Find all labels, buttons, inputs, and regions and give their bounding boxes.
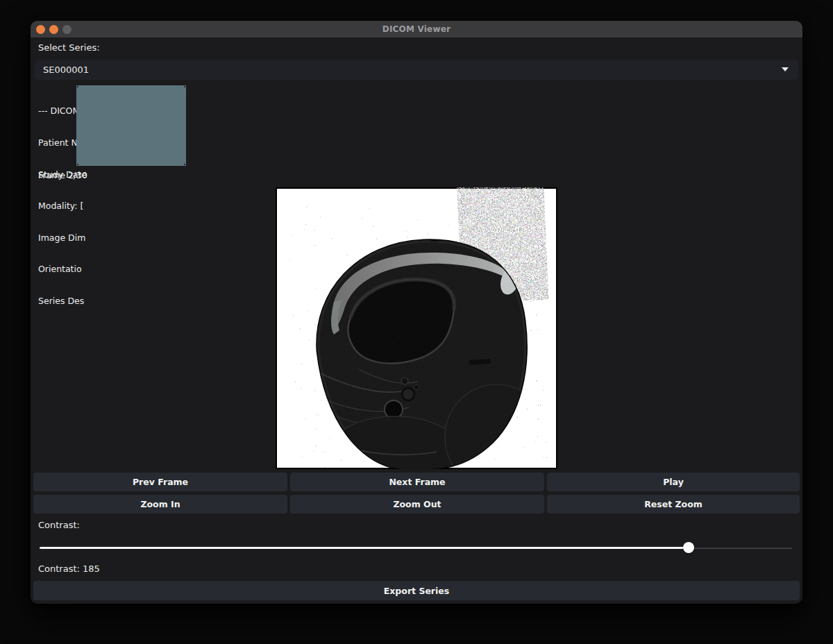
mri-image-viewport[interactable] [276, 187, 557, 469]
slider-track-filled[interactable] [40, 547, 689, 549]
minimize-button[interactable] [49, 25, 58, 34]
prev-frame-button[interactable]: Prev Frame [33, 473, 287, 491]
maximize-button[interactable] [62, 25, 71, 34]
export-series-button[interactable]: Export Series [33, 581, 800, 600]
redaction-overlay [76, 85, 186, 166]
desktop-background: DICOM Viewer Select Series: SE000001 ---… [0, 0, 833, 644]
zoom-out-button[interactable]: Zoom Out [290, 495, 544, 514]
zoom-in-button[interactable]: Zoom In [33, 495, 287, 514]
metadata-line: Modality: [ [38, 201, 87, 211]
select-series-label: Select Series: [38, 42, 100, 53]
metadata-line: Orientatio [38, 264, 87, 274]
slider-track-rest[interactable] [689, 548, 792, 549]
contrast-label: Contrast: [38, 520, 80, 530]
redaction-corner [184, 86, 185, 87]
traffic-lights [36, 25, 71, 34]
play-button[interactable]: Play [547, 473, 800, 491]
dicom-viewer-window: DICOM Viewer Select Series: SE000001 ---… [31, 21, 802, 604]
metadata-line: Image Dim [38, 232, 87, 243]
close-button[interactable] [36, 25, 45, 34]
mri-axial-knee-image [276, 187, 557, 469]
series-dropdown[interactable]: SE000001 [35, 60, 798, 80]
window-title: DICOM Viewer [31, 24, 802, 34]
chevron-down-icon [782, 67, 789, 71]
frame-counter-label: Frame 2/30 [38, 170, 87, 180]
contrast-slider[interactable] [40, 540, 792, 555]
metadata-line: Series Des [38, 296, 87, 306]
reset-zoom-button[interactable]: Reset Zoom [547, 495, 800, 514]
redaction-corner [184, 164, 185, 165]
contrast-value-label: Contrast: 185 [38, 564, 100, 574]
next-frame-button[interactable]: Next Frame [290, 473, 544, 491]
title-bar[interactable]: DICOM Viewer [31, 21, 802, 37]
redaction-corner [77, 164, 78, 165]
slider-thumb[interactable] [683, 542, 694, 553]
series-dropdown-value: SE000001 [43, 65, 89, 75]
redaction-corner [77, 86, 78, 87]
